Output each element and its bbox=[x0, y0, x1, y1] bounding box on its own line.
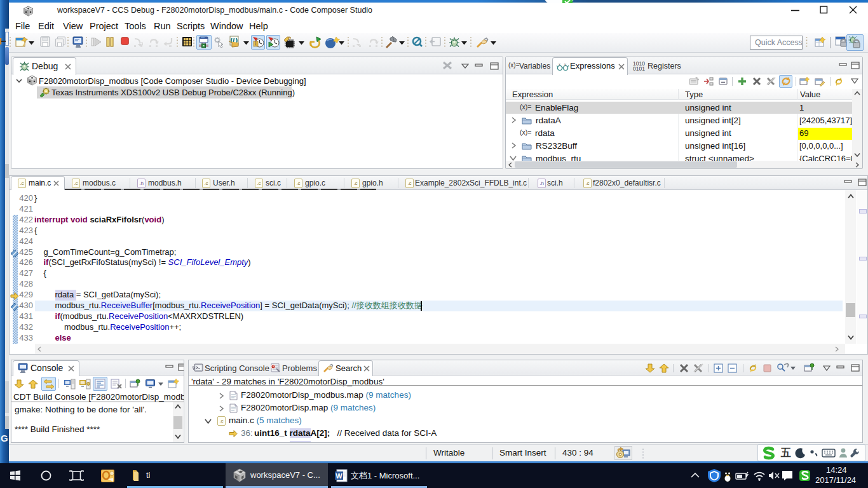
svg-text:x: x bbox=[559, 62, 560, 66]
svg-text:y: y bbox=[564, 62, 566, 66]
svg-text:W: W bbox=[336, 472, 342, 480]
